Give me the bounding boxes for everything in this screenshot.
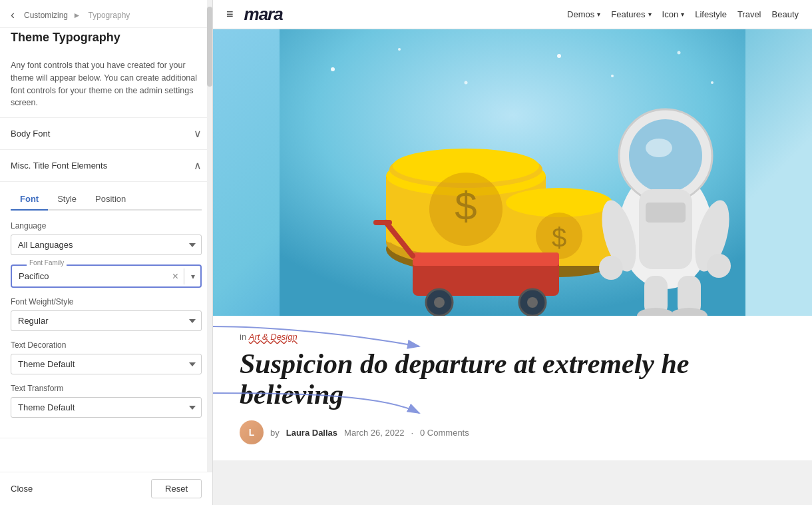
language-label: Language [11, 221, 202, 231]
article-comments[interactable]: 0 Comments [420, 428, 469, 438]
article-title: Suspicion do departure at extremely he b… [240, 348, 785, 410]
svg-text:$: $ [455, 184, 477, 229]
misc-font-body: Font Style Position Language All Languag… [0, 181, 212, 438]
site-logo: mara [244, 4, 283, 25]
svg-point-2 [398, 48, 401, 51]
nav-item-features[interactable]: Features ▾ [611, 9, 651, 19]
nav-item-demos[interactable]: Demos ▾ [567, 9, 600, 19]
nav-item-lifestyle[interactable]: Lifestyle [695, 9, 727, 19]
scrollbar-track[interactable] [207, 0, 212, 505]
text-decoration-label: Text Decoration [11, 340, 202, 350]
breadcrumb-separator: ► [73, 11, 83, 20]
panel-header: ‹ Customizing ► Typography [0, 0, 212, 28]
panel-title: Theme Typography [0, 28, 212, 51]
nav-item-travel[interactable]: Travel [737, 9, 761, 19]
svg-point-1 [331, 67, 335, 71]
misc-font-accordion-header[interactable]: Misc. Title Font Elements ∧ [0, 150, 212, 181]
breadcrumb-parent[interactable]: Customizing [24, 11, 68, 20]
misc-font-accordion: Misc. Title Font Elements ∧ Font Style P… [0, 150, 212, 438]
font-weight-label: Font Weight/Style [11, 297, 202, 306]
hamburger-icon: ≡ [226, 7, 234, 21]
svg-point-42 [707, 254, 731, 278]
text-decoration-field: Text Decoration Theme Default None Under… [11, 340, 202, 374]
features-dropdown-arrow: ▾ [648, 11, 652, 18]
preview-area: ≡ mara Demos ▾ Features ▾ Icon ▾ Lifesty… [213, 0, 812, 505]
date-separator: · [411, 428, 413, 438]
article-category: in Art & Design [240, 332, 785, 342]
article-date: March 26, 2022 [344, 428, 404, 438]
svg-point-6 [678, 51, 681, 55]
panel-footer: Close Reset [0, 472, 212, 505]
article-content: in Art & Design Suspicion do departure a… [213, 316, 812, 460]
main-nav: Demos ▾ Features ▾ Icon ▾ Lifestyle Trav… [294, 9, 799, 19]
icon-dropdown-arrow: ▾ [681, 11, 684, 18]
font-family-field: Font Family × ▾ [11, 264, 202, 288]
category-link[interactable]: Art & Design [249, 332, 298, 342]
nav-item-beauty[interactable]: Beauty [772, 9, 799, 19]
breadcrumb-current: Typography [89, 11, 130, 20]
article-meta: L by Laura Dallas March 26, 2022 · 0 Com… [240, 420, 785, 444]
svg-point-29 [527, 297, 538, 308]
svg-rect-37 [639, 189, 692, 269]
font-weight-select[interactable]: Regular Bold Italic [11, 310, 202, 331]
body-font-label: Body Font [11, 129, 50, 139]
font-family-wrapper: Font Family × ▾ [11, 264, 202, 288]
breadcrumb: Customizing ► Typography [24, 11, 132, 20]
font-family-floating-label: Font Family [27, 259, 67, 266]
svg-rect-25 [413, 252, 559, 266]
svg-rect-38 [646, 203, 686, 223]
font-family-divider [184, 268, 184, 284]
svg-point-28 [434, 297, 445, 308]
language-field: Language All Languages English French [11, 221, 202, 255]
font-tabs: Font Style Position [11, 189, 202, 211]
demos-dropdown-arrow: ▾ [597, 11, 600, 18]
misc-font-collapse-icon: ∧ [194, 159, 202, 172]
preview-body: $ $ [213, 29, 812, 505]
author-prefix: by [270, 428, 280, 438]
text-transform-select[interactable]: Theme Default None Uppercase [11, 397, 202, 418]
font-weight-field: Font Weight/Style Regular Bold Italic [11, 297, 202, 331]
hero-illustration: $ $ [280, 29, 745, 316]
info-text: Any font controls that you have created … [0, 51, 212, 118]
text-decoration-select[interactable]: Theme Default None Underline [11, 354, 202, 374]
text-transform-label: Text Transform [11, 384, 202, 393]
svg-point-7 [711, 81, 713, 84]
body-font-accordion: Body Font ∨ [0, 118, 212, 150]
font-family-dropdown-button[interactable]: ▾ [186, 272, 200, 281]
language-select[interactable]: All Languages English French [11, 235, 202, 255]
text-transform-field: Text Transform Theme Default None Upperc… [11, 384, 202, 418]
scrollbar-thumb[interactable] [207, 7, 212, 87]
back-button[interactable]: ‹ [11, 8, 19, 22]
tab-style[interactable]: Style [48, 189, 86, 209]
tab-font[interactable]: Font [11, 189, 48, 209]
panel-content: Any font controls that you have created … [0, 51, 212, 505]
svg-point-4 [557, 54, 561, 58]
font-family-input[interactable] [19, 266, 168, 286]
close-button[interactable]: Close [11, 484, 33, 494]
category-prefix: in [240, 332, 246, 342]
body-font-accordion-header[interactable]: Body Font ∨ [0, 118, 212, 149]
customizer-panel: ‹ Customizing ► Typography Theme Typogra… [0, 0, 213, 505]
preview-wrapper: ≡ mara Demos ▾ Features ▾ Icon ▾ Lifesty… [213, 0, 812, 505]
svg-text:$: $ [552, 223, 566, 252]
reset-button[interactable]: Reset [151, 479, 202, 498]
author-name[interactable]: Laura Dallas [286, 428, 337, 438]
body-font-collapse-icon: ∨ [194, 127, 202, 140]
author-avatar: L [240, 420, 264, 444]
misc-font-label: Misc. Title Font Elements [11, 161, 107, 171]
nav-item-icon[interactable]: Icon ▾ [662, 9, 685, 19]
hero-image: $ $ [213, 29, 812, 316]
svg-point-41 [599, 256, 623, 280]
tab-position[interactable]: Position [86, 189, 135, 209]
svg-point-3 [465, 81, 468, 85]
svg-point-36 [646, 139, 672, 157]
svg-point-5 [611, 75, 614, 77]
preview-topbar: ≡ mara Demos ▾ Features ▾ Icon ▾ Lifesty… [213, 0, 812, 29]
font-family-clear-button[interactable]: × [168, 271, 182, 282]
